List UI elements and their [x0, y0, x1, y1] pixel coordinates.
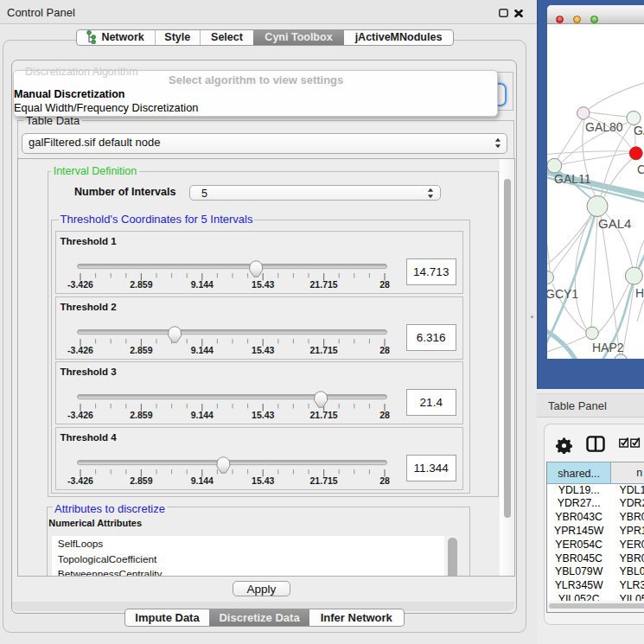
svg-text:28: 28	[379, 475, 390, 486]
svg-text:28: 28	[379, 345, 390, 355]
svg-text:2.859: 2.859	[130, 410, 152, 420]
svg-text:-3.426: -3.426	[67, 410, 93, 420]
svg-text:21.715: 21.715	[309, 410, 337, 420]
svg-text:28: 28	[379, 410, 390, 420]
svg-text:HAP2: HAP2	[592, 341, 624, 354]
svg-text:9.144: 9.144	[190, 279, 213, 290]
svg-text:-3.426: -3.426	[67, 475, 93, 486]
svg-text:2.859: 2.859	[130, 475, 152, 486]
svg-text:9.144: 9.144	[190, 475, 213, 486]
svg-text:15.43: 15.43	[252, 410, 274, 420]
svg-text:21.715: 21.715	[309, 279, 337, 290]
svg-text:9.144: 9.144	[190, 410, 213, 420]
svg-text:2.859: 2.859	[130, 345, 152, 355]
svg-text:GAL11: GAL11	[554, 172, 591, 186]
svg-text:C: C	[637, 163, 644, 176]
svg-text:GA: GA	[634, 124, 644, 137]
svg-text:H: H	[635, 286, 644, 300]
svg-text:-3.426: -3.426	[67, 279, 93, 290]
svg-text:2.859: 2.859	[130, 279, 152, 290]
svg-text:9.144: 9.144	[190, 345, 213, 355]
svg-text:GAL4: GAL4	[598, 215, 631, 230]
svg-text:15.43: 15.43	[252, 475, 274, 486]
svg-text:28: 28	[379, 279, 390, 290]
svg-text:21.715: 21.715	[309, 345, 337, 355]
svg-text:GCY1: GCY1	[547, 287, 578, 301]
svg-text:15.43: 15.43	[252, 279, 274, 290]
svg-text:-3.426: -3.426	[67, 345, 93, 355]
svg-text:21.715: 21.715	[309, 475, 337, 486]
svg-text:15.43: 15.43	[252, 345, 274, 355]
svg-text:GAL80: GAL80	[585, 119, 623, 133]
